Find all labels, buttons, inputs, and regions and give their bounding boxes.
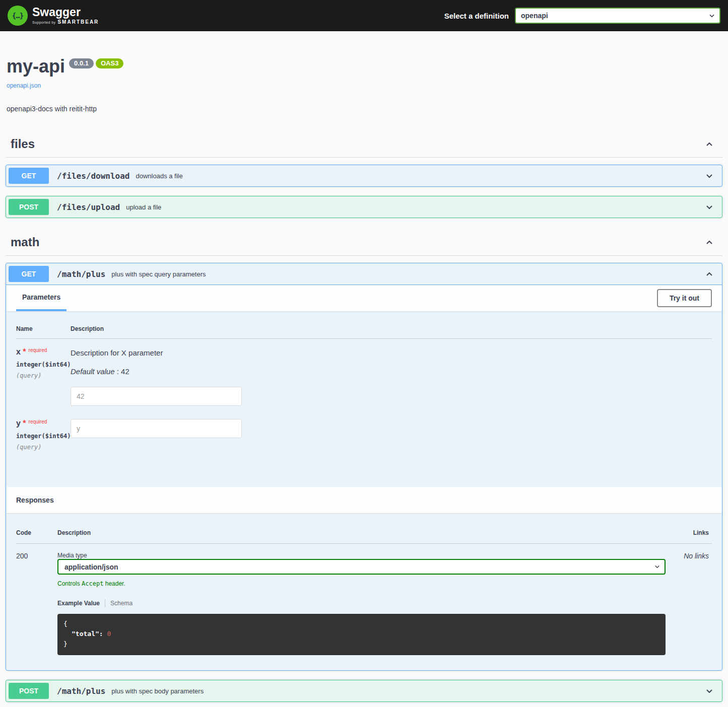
select-definition-label: Select a definition bbox=[444, 12, 509, 20]
op-path: /math/plus bbox=[55, 686, 105, 696]
parameter-type: integer($int64) bbox=[16, 361, 71, 368]
tag-title-math: math bbox=[11, 235, 39, 249]
parameter-row-x: x *required integer($int64) (query) Desc… bbox=[16, 339, 712, 406]
accept-header-note: Controls Accept header. bbox=[57, 580, 666, 587]
api-title-text: my-api bbox=[7, 56, 65, 77]
chevron-up-icon[interactable] bbox=[699, 269, 719, 279]
parameter-y-input[interactable] bbox=[71, 419, 242, 438]
op-description: plus with spec body parameters bbox=[111, 687, 693, 695]
page-title: my-api0.0.1OAS3 bbox=[7, 57, 721, 76]
tab-parameters[interactable]: Parameters bbox=[16, 285, 67, 311]
parameter-description: Description for X parameter bbox=[71, 348, 712, 357]
parameter-x-input[interactable] bbox=[71, 387, 242, 406]
chevron-down-icon[interactable] bbox=[699, 171, 719, 181]
code-column-header: Code bbox=[16, 529, 57, 536]
op-description: downloads a file bbox=[136, 172, 694, 180]
tag-section-math: math GET /math/plus plus with spec query… bbox=[6, 232, 722, 702]
chevron-down-icon[interactable] bbox=[699, 202, 719, 212]
supported-by-label: Supported by bbox=[32, 21, 55, 24]
swagger-wordmark: Swagger Supported by SMARTBEAR bbox=[32, 7, 99, 25]
parameter-location: (query) bbox=[16, 444, 71, 451]
code-number-value: 0 bbox=[107, 630, 111, 638]
required-label: required bbox=[29, 419, 47, 425]
parameters-header: Parameters Try it out bbox=[6, 285, 722, 311]
tag-section-files: files GET /files/download downloads a fi… bbox=[6, 134, 722, 218]
responses-title: Responses bbox=[16, 487, 54, 513]
example-code-block: { "total": 0 } bbox=[57, 614, 666, 655]
op-path: /files/download bbox=[55, 171, 130, 181]
parameter-name: x *required bbox=[16, 347, 71, 357]
op-description: upload a file bbox=[126, 203, 693, 211]
tab-schema[interactable]: Schema bbox=[110, 600, 133, 607]
api-info: my-api0.0.1OAS3 openapi.json openapi3-do… bbox=[6, 57, 722, 113]
parameter-row-y: y *required integer($int64) (query) bbox=[16, 406, 712, 451]
opblock-get-math-plus: GET /math/plus plus with spec query para… bbox=[6, 263, 722, 671]
op-summary-post-files-upload[interactable]: POST /files/upload upload a file bbox=[6, 196, 722, 218]
chevron-down-icon[interactable] bbox=[699, 686, 719, 696]
version-badge: 0.0.1 bbox=[69, 58, 94, 68]
method-badge-get: GET bbox=[9, 266, 49, 282]
op-path: /math/plus bbox=[55, 269, 105, 279]
no-links-label: No links bbox=[666, 552, 712, 655]
response-row-200: 200 Media type application/json bbox=[16, 544, 712, 655]
tag-title-files: files bbox=[11, 137, 35, 151]
api-description: openapi3-docs with reitit-http bbox=[7, 105, 721, 113]
op-summary-post-math-plus[interactable]: POST /math/plus plus with spec body para… bbox=[6, 680, 722, 701]
description-column-header: Description bbox=[57, 529, 666, 536]
try-it-out-button[interactable]: Try it out bbox=[657, 289, 712, 307]
op-description: plus with spec query parameters bbox=[111, 270, 693, 278]
parameters-container: Name Description x *required integer($in… bbox=[6, 311, 722, 487]
opblock-get-files-download: GET /files/download downloads a file bbox=[6, 165, 722, 187]
smartbear-label: SMARTBEAR bbox=[57, 20, 99, 25]
name-column-header: Name bbox=[16, 325, 71, 332]
brand-name: Swagger bbox=[32, 6, 81, 19]
required-asterisk: * bbox=[23, 347, 26, 356]
method-badge-get: GET bbox=[9, 168, 49, 184]
media-type-label: Media type bbox=[57, 552, 666, 559]
definition-selector: Select a definition openapi bbox=[444, 8, 720, 24]
swagger-logo[interactable]: {…} Swagger Supported by SMARTBEAR bbox=[8, 6, 99, 26]
definition-select[interactable]: openapi bbox=[515, 8, 720, 24]
opblock-post-math-plus: POST /math/plus plus with spec body para… bbox=[6, 680, 722, 702]
parameter-location: (query) bbox=[16, 372, 71, 379]
opblock-post-files-upload: POST /files/upload upload a file bbox=[6, 196, 722, 218]
method-badge-post: POST bbox=[9, 683, 49, 699]
parameter-name: y *required bbox=[16, 419, 71, 428]
response-code: 200 bbox=[16, 552, 57, 655]
chevron-up-icon[interactable] bbox=[701, 237, 717, 247]
op-summary-get-math-plus[interactable]: GET /math/plus plus with spec query para… bbox=[6, 263, 722, 285]
topbar: {…} Swagger Supported by SMARTBEAR Selec… bbox=[0, 0, 728, 31]
op-summary-get-files-download[interactable]: GET /files/download downloads a file bbox=[6, 165, 722, 186]
links-column-header: Links bbox=[666, 529, 712, 536]
oas3-badge: OAS3 bbox=[96, 58, 123, 68]
swagger-logo-icon: {…} bbox=[8, 6, 28, 26]
required-asterisk: * bbox=[23, 419, 26, 428]
tab-example-value[interactable]: Example Value bbox=[57, 600, 100, 607]
tab-divider bbox=[105, 599, 105, 607]
method-badge-post: POST bbox=[9, 199, 49, 215]
description-column-header: Description bbox=[71, 325, 712, 332]
parameter-type: integer($int64) bbox=[16, 433, 71, 440]
tag-header-files[interactable]: files bbox=[6, 134, 722, 158]
op-path: /files/upload bbox=[55, 202, 120, 212]
responses-header: Responses bbox=[6, 487, 722, 513]
required-label: required bbox=[29, 347, 47, 353]
media-type-select[interactable]: application/json bbox=[57, 559, 666, 575]
tag-header-math[interactable]: math bbox=[6, 232, 722, 256]
spec-link[interactable]: openapi.json bbox=[7, 82, 41, 89]
parameter-default: Default value : 42 bbox=[71, 367, 712, 376]
responses-container: Code Description Links 200 Media type ap… bbox=[6, 513, 722, 670]
chevron-up-icon[interactable] bbox=[701, 139, 717, 149]
